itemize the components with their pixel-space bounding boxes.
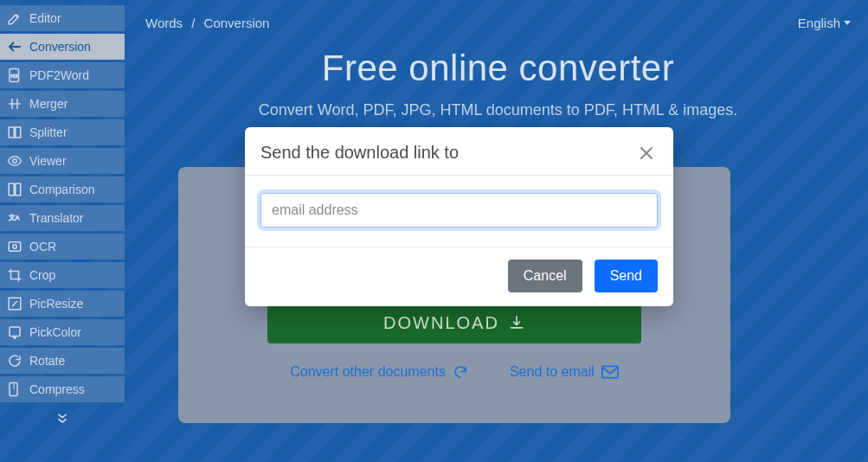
cancel-button[interactable]: Cancel [508,260,582,292]
close-icon [639,145,654,161]
modal-body [245,176,673,247]
modal-footer: Cancel Send [245,247,673,306]
modal-header: Send the download link to [245,127,673,176]
email-input[interactable] [260,193,658,228]
modal-close-button[interactable] [639,145,654,161]
modal-title: Send the download link to [260,143,459,163]
send-email-modal: Send the download link to Cancel Send [245,127,673,306]
send-button[interactable]: Send [595,260,658,292]
